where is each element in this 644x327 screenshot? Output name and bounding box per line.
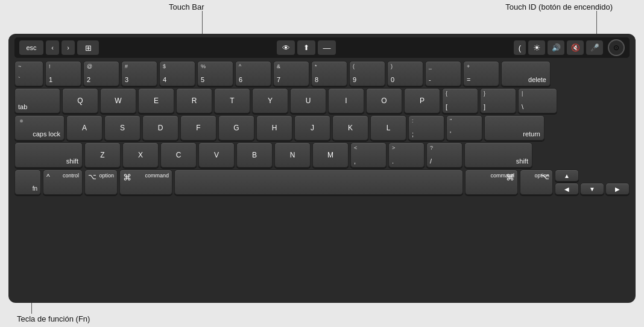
key-0[interactable]: ) 0	[387, 61, 423, 86]
key-command-right[interactable]: ⌘ command	[465, 170, 518, 195]
key-x[interactable]: X	[122, 142, 159, 168]
row-2: tab Q W E R T Y U I O P { [ } ] | \	[14, 88, 630, 113]
key-option-left[interactable]: ⌥ option	[84, 170, 118, 195]
key-arrow-right[interactable]: ▶	[605, 183, 630, 195]
key-fn[interactable]: fn	[14, 170, 41, 195]
key-bracket-open[interactable]: { [	[442, 88, 478, 113]
key-bracket-close[interactable]: } ]	[480, 88, 516, 113]
key-q[interactable]: Q	[62, 88, 98, 113]
touchbar: esc ‹ › ⊞ 👁 ⬆ — ( ☀ 🔊 🔇 🎤 ⊙	[14, 37, 630, 58]
key-space[interactable]	[174, 170, 463, 195]
key-shift-left[interactable]: shift	[14, 142, 83, 168]
key-t[interactable]: T	[214, 88, 250, 113]
key-d[interactable]: D	[142, 115, 178, 141]
key-tilde[interactable]: ~ `	[14, 61, 43, 86]
tb-esc-key[interactable]: esc	[19, 40, 43, 55]
line-touchbar	[202, 11, 203, 34]
tb-mute-btn[interactable]: 🔇	[567, 40, 584, 55]
key-y[interactable]: Y	[252, 88, 288, 113]
tb-siri-btn[interactable]: 🎤	[586, 40, 603, 55]
key-r[interactable]: R	[176, 88, 212, 113]
touchbar-annotation: Touch Bar	[169, 2, 204, 11]
keyboard-container: esc ‹ › ⊞ 👁 ⬆ — ( ☀ 🔊 🔇 🎤 ⊙ ~ ` ! 1 @	[8, 34, 636, 303]
key-6[interactable]: ^ 6	[235, 61, 271, 86]
tb-volume-btn[interactable]: 🔊	[548, 40, 564, 55]
key-period[interactable]: > .	[388, 142, 425, 168]
tb-chevron-btn[interactable]: (	[514, 40, 526, 55]
tb-eye-btn[interactable]: 👁	[277, 40, 295, 55]
line-fn	[31, 302, 32, 314]
key-m[interactable]: M	[312, 142, 349, 168]
key-j[interactable]: J	[294, 115, 330, 141]
key-s[interactable]: S	[104, 115, 140, 141]
fn-annotation: Tecla de función (Fn)	[17, 314, 90, 323]
key-k[interactable]: K	[332, 115, 368, 141]
key-w[interactable]: W	[100, 88, 136, 113]
tb-share-btn[interactable]: ⬆	[297, 40, 315, 55]
tb-brightness-btn[interactable]: ☀	[528, 40, 545, 55]
key-e[interactable]: E	[138, 88, 174, 113]
key-u[interactable]: U	[290, 88, 326, 113]
key-7[interactable]: & 7	[273, 61, 309, 86]
key-arrow-down[interactable]: ▼	[580, 183, 604, 195]
key-delete[interactable]: delete	[501, 61, 551, 86]
row-1: ~ ` ! 1 @ 2 # 3 $ 4 % 5	[14, 61, 630, 86]
key-caps-lock[interactable]: caps lock	[14, 115, 65, 141]
key-arrow-up[interactable]: ▲	[555, 170, 579, 182]
key-minus[interactable]: _ -	[425, 61, 461, 86]
key-control[interactable]: ^ control	[43, 170, 83, 195]
key-a[interactable]: A	[66, 115, 103, 141]
line-touchid	[596, 11, 597, 34]
key-arrow-left[interactable]: ◀	[555, 183, 579, 195]
key-quote[interactable]: " '	[446, 115, 482, 141]
key-slash[interactable]: ? /	[426, 142, 462, 168]
key-1[interactable]: ! 1	[45, 61, 81, 86]
key-8[interactable]: * 8	[311, 61, 347, 86]
tb-back-btn[interactable]: ‹	[46, 40, 59, 55]
key-n[interactable]: N	[274, 142, 311, 168]
key-f[interactable]: F	[180, 115, 216, 141]
key-c[interactable]: C	[160, 142, 197, 168]
tb-touchid-btn[interactable]: ⊙	[608, 39, 625, 56]
tb-grid-btn[interactable]: ⊞	[77, 40, 99, 55]
key-equals[interactable]: + =	[463, 61, 499, 86]
tb-forward-btn[interactable]: ›	[62, 40, 75, 55]
key-v[interactable]: V	[198, 142, 235, 168]
key-g[interactable]: G	[218, 115, 254, 141]
row-5: fn ^ control ⌥ option ⌘ command ⌘ comman…	[14, 170, 630, 195]
key-backslash[interactable]: | \	[518, 88, 557, 113]
key-b[interactable]: B	[236, 142, 273, 168]
key-semicolon[interactable]: : ;	[408, 115, 444, 141]
key-o[interactable]: O	[366, 88, 402, 113]
tb-minus-btn[interactable]: —	[318, 40, 336, 55]
key-9[interactable]: ( 9	[349, 61, 385, 86]
key-tab[interactable]: tab	[14, 88, 60, 113]
arrow-bottom-row: ◀ ▼ ▶	[555, 183, 630, 195]
key-p[interactable]: P	[404, 88, 440, 113]
arrow-cluster: ▲ ◀ ▼ ▶	[555, 170, 630, 195]
key-5[interactable]: % 5	[197, 61, 233, 86]
key-command-left[interactable]: ⌘ command	[119, 170, 172, 195]
key-return[interactable]: return	[484, 115, 545, 141]
key-2[interactable]: @ 2	[83, 61, 119, 86]
key-z[interactable]: Z	[84, 142, 121, 168]
key-comma[interactable]: < ,	[350, 142, 387, 168]
row-4: shift Z X C V B N M < , > . ? / shift	[14, 142, 630, 168]
key-4[interactable]: $ 4	[159, 61, 195, 86]
key-i[interactable]: I	[328, 88, 364, 113]
key-option-right[interactable]: ⌥ option	[520, 170, 553, 195]
key-h[interactable]: H	[256, 115, 292, 141]
row-3: caps lock A S D F G H J K L : ; " ' retu…	[14, 115, 630, 141]
key-l[interactable]: L	[370, 115, 406, 141]
key-shift-right[interactable]: shift	[464, 142, 532, 168]
touchid-annotation: Touch ID (botón de encendido)	[505, 2, 613, 11]
key-3[interactable]: # 3	[121, 61, 157, 86]
key-rows: ~ ` ! 1 @ 2 # 3 $ 4 % 5	[14, 61, 630, 195]
